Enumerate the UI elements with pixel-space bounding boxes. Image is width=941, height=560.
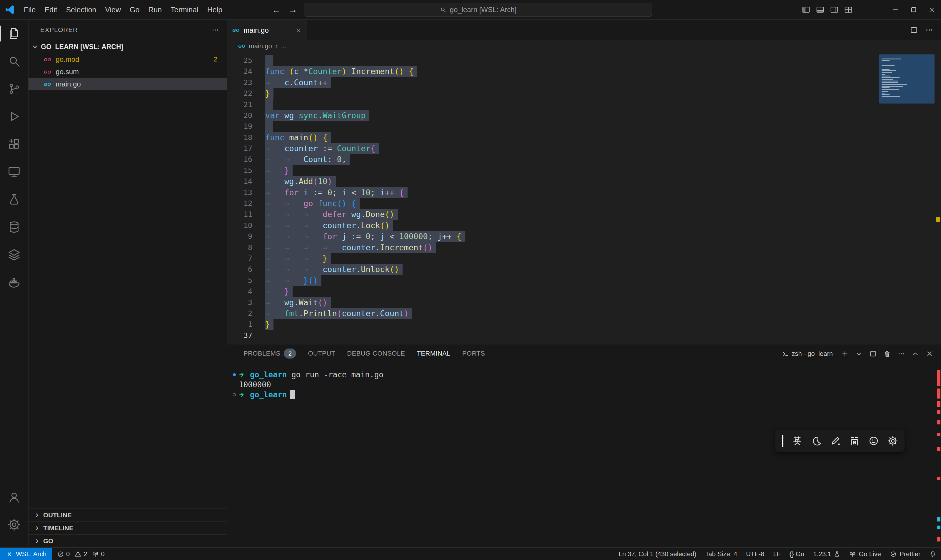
- activity-source-control[interactable]: [0, 75, 28, 103]
- tab-close-icon[interactable]: [295, 27, 302, 34]
- ime-settings-icon[interactable]: [887, 435, 898, 446]
- notifications-bell[interactable]: [929, 551, 936, 558]
- indentation[interactable]: Tab Size: 4: [705, 550, 737, 558]
- code-line[interactable]: 22 }: [227, 88, 941, 99]
- code-line[interactable]: 9 → → → for j := 0; j < 100000; j++ {: [227, 231, 941, 242]
- layout-panel-icon[interactable]: [816, 5, 824, 14]
- code-line[interactable]: 37: [227, 330, 941, 341]
- ime-lang-english-icon[interactable]: [792, 435, 803, 446]
- code-editor[interactable]: 25 24 func (c *Counter) Increment() { 23…: [227, 52, 941, 344]
- maximize-button[interactable]: [904, 0, 923, 19]
- layout-grid-icon[interactable]: [844, 5, 853, 14]
- warnings-count[interactable]: 2: [74, 550, 87, 558]
- encoding[interactable]: UTF-8: [746, 550, 764, 558]
- code-line[interactable]: 15 → }: [227, 165, 941, 176]
- code-line[interactable]: 20 var wg sync.WaitGroup: [227, 110, 941, 121]
- forward-button[interactable]: →: [289, 5, 297, 15]
- editor-more-actions-icon[interactable]: [925, 26, 933, 34]
- errors-count[interactable]: 0: [57, 550, 70, 558]
- code-line[interactable]: 24 func (c *Counter) Increment() {: [227, 66, 941, 77]
- panel-chev-down-icon[interactable]: [855, 350, 863, 358]
- activity-docker[interactable]: [0, 269, 28, 296]
- menu-help[interactable]: Help: [203, 6, 227, 14]
- activity-extensions[interactable]: [0, 130, 28, 158]
- activity-search[interactable]: [0, 47, 28, 75]
- go-live[interactable]: Go Live: [849, 550, 881, 558]
- ime-halfwidth-moon-icon[interactable]: [811, 435, 822, 446]
- panel-plus-icon[interactable]: [841, 350, 849, 358]
- language-mode[interactable]: {} Go: [790, 550, 804, 558]
- menu-view[interactable]: View: [101, 6, 125, 14]
- layout-sidebar-right-icon[interactable]: [830, 5, 839, 14]
- panel-close-icon[interactable]: [926, 350, 933, 358]
- activity-explorer[interactable]: [0, 20, 28, 47]
- go-version[interactable]: 1.23.1: [813, 550, 840, 558]
- code-line[interactable]: 17 → counter := Counter{: [227, 143, 941, 154]
- ime-punctuation-pen-icon[interactable]: [830, 435, 841, 446]
- eol[interactable]: LF: [773, 550, 781, 558]
- menu-run[interactable]: Run: [144, 6, 166, 14]
- panel-tab-debug-console[interactable]: DEBUG CONSOLE: [342, 345, 410, 363]
- code-line[interactable]: 2 → fmt.Println(counter.Count): [227, 308, 941, 319]
- code-line[interactable]: 16 → → Count: 0,: [227, 154, 941, 165]
- minimap[interactable]: [879, 54, 935, 103]
- code-line[interactable]: 7 → → → }: [227, 253, 941, 264]
- menu-terminal[interactable]: Terminal: [166, 6, 203, 14]
- file-go.mod[interactable]: GO go.mod 2: [29, 53, 227, 66]
- activity-run-debug[interactable]: [0, 103, 28, 130]
- panel-chev-up-icon[interactable]: [912, 350, 919, 358]
- menu-go[interactable]: Go: [125, 6, 144, 14]
- activity-layers[interactable]: [0, 241, 28, 269]
- ime-simplified-chinese-icon[interactable]: [849, 435, 860, 446]
- code-line[interactable]: 3 → wg.Wait(): [227, 297, 941, 308]
- file-main.go[interactable]: GO main.go: [29, 78, 227, 90]
- panel-split-icon[interactable]: [869, 350, 877, 358]
- split-editor-icon[interactable]: [910, 26, 918, 34]
- section-timeline[interactable]: TIMELINE: [29, 522, 227, 534]
- layout-sidebar-icon[interactable]: [802, 5, 810, 14]
- terminal-instance-selector[interactable]: zsh - go_learn: [782, 350, 833, 358]
- section-go[interactable]: GO: [29, 534, 227, 547]
- code-line[interactable]: 19: [227, 121, 941, 132]
- code-line[interactable]: 14 → wg.Add(10): [227, 176, 941, 187]
- panel-tab-terminal[interactable]: TERMINAL: [412, 345, 455, 363]
- activity-settings[interactable]: [0, 511, 28, 538]
- activity-remote-explorer[interactable]: [0, 158, 28, 186]
- activity-testing[interactable]: [0, 186, 28, 213]
- code-line[interactable]: 13 → for i := 0; i < 10; i++ {: [227, 187, 941, 198]
- menu-file[interactable]: File: [19, 6, 40, 14]
- command-center-search[interactable]: go_learn [WSL: Arch]: [304, 3, 652, 17]
- activity-database[interactable]: [0, 213, 28, 241]
- code-line[interactable]: 6 → → → counter.Unlock(): [227, 264, 941, 275]
- ime-emoji-icon[interactable]: [868, 435, 879, 446]
- panel-tab-ports[interactable]: PORTS: [458, 345, 490, 363]
- remote-indicator[interactable]: WSL: Arch: [0, 548, 52, 560]
- code-line[interactable]: 10 → → → counter.Lock(): [227, 220, 941, 231]
- minimize-button[interactable]: [886, 0, 904, 19]
- cursor-position[interactable]: Ln 37, Col 1 (430 selected): [619, 550, 697, 558]
- panel-tab-problems[interactable]: PROBLEMS 2: [239, 345, 301, 363]
- code-line[interactable]: 21: [227, 99, 941, 110]
- code-line[interactable]: 4 → }: [227, 286, 941, 297]
- code-line[interactable]: 5 → → }(): [227, 275, 941, 286]
- explorer-root-folder[interactable]: GO_LEARN [WSL: ARCH]: [29, 40, 227, 53]
- panel-trash-icon[interactable]: [883, 350, 891, 358]
- code-line[interactable]: 25: [227, 55, 941, 66]
- menu-selection[interactable]: Selection: [62, 6, 101, 14]
- code-line[interactable]: 18 func main() {: [227, 132, 941, 143]
- code-line[interactable]: 12 → → go func() {: [227, 198, 941, 209]
- prettier[interactable]: Prettier: [890, 550, 920, 558]
- tab-main-go[interactable]: GO main.go: [227, 20, 307, 40]
- activity-accounts[interactable]: [0, 483, 28, 511]
- code-line[interactable]: 8 → → → → counter.Increment(): [227, 242, 941, 253]
- code-line[interactable]: 1 }: [227, 319, 941, 330]
- code-line[interactable]: 11 → → → defer wg.Done(): [227, 209, 941, 220]
- file-go.sum[interactable]: GO go.sum: [29, 66, 227, 78]
- menu-edit[interactable]: Edit: [40, 6, 62, 14]
- section-outline[interactable]: OUTLINE: [29, 509, 227, 522]
- breadcrumb-file[interactable]: main.go: [249, 42, 272, 50]
- panel-tab-output[interactable]: OUTPUT: [303, 345, 340, 363]
- code-line[interactable]: 23 → c.Count++: [227, 77, 941, 88]
- terminal[interactable]: go_learn go run -race main.go1000000go_l…: [227, 363, 941, 547]
- ports-count[interactable]: 0: [92, 550, 105, 558]
